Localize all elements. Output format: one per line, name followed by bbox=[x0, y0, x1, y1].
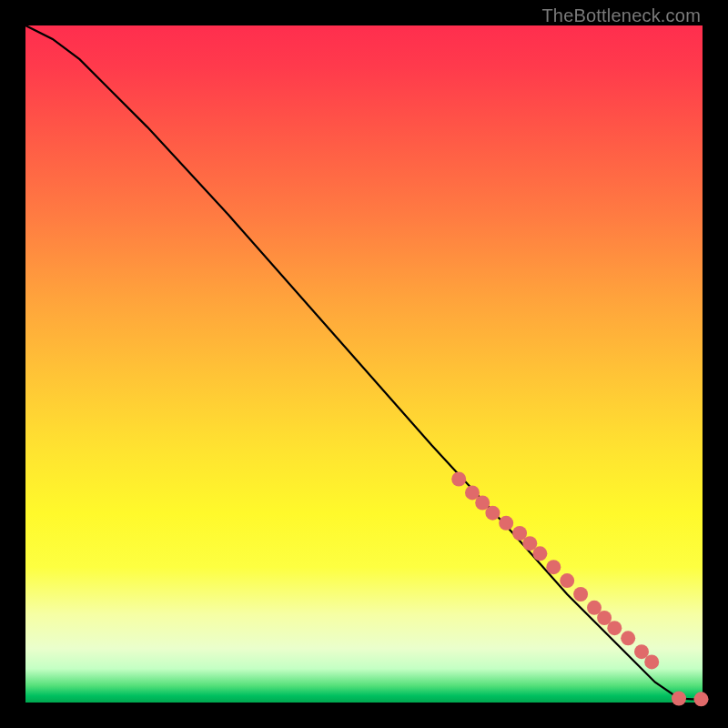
data-point bbox=[499, 516, 513, 531]
data-point bbox=[621, 631, 635, 645]
attribution-label: TheBottleneck.com bbox=[541, 5, 701, 26]
data-point bbox=[644, 654, 659, 669]
data-point bbox=[694, 692, 709, 706]
data-point bbox=[573, 587, 588, 602]
data-point bbox=[672, 692, 686, 706]
data-point bbox=[485, 506, 500, 521]
data-point bbox=[560, 573, 574, 588]
data-point bbox=[532, 546, 547, 561]
data-point bbox=[451, 472, 466, 487]
data-point bbox=[546, 560, 561, 574]
chart-svg bbox=[25, 25, 703, 703]
scatter-points bbox=[451, 472, 708, 707]
chart-stage: TheBottleneck.com bbox=[0, 0, 728, 728]
plot-area bbox=[25, 25, 703, 703]
data-point bbox=[607, 621, 622, 635]
main-curve bbox=[25, 25, 703, 699]
